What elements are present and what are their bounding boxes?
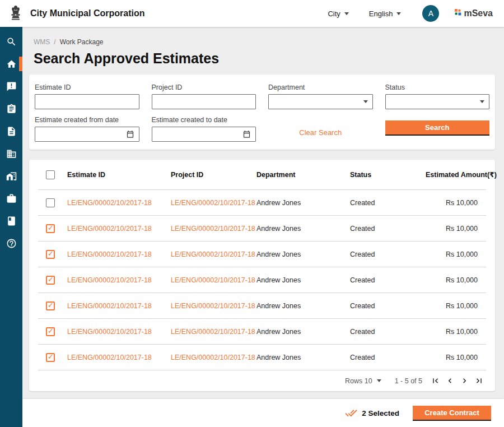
chevron-down-icon	[396, 12, 401, 15]
department-label: Department	[268, 83, 373, 91]
briefcase-icon	[6, 193, 17, 204]
row-checkbox[interactable]	[46, 327, 55, 336]
home-work-icon	[6, 171, 17, 182]
department-cell: Andrew Jones	[256, 276, 350, 284]
sidebar-item-home[interactable]	[0, 53, 22, 75]
status-field: Status	[385, 83, 490, 109]
calendar-icon[interactable]	[126, 130, 134, 138]
from-date-input[interactable]	[35, 127, 139, 142]
app-root: City Municipal Corporation City English …	[0, 0, 504, 427]
status-select[interactable]	[385, 94, 490, 109]
sidebar-item-document[interactable]	[0, 120, 22, 142]
breadcrumb-wms[interactable]: WMS	[34, 38, 50, 46]
sidebar-item-bookmark[interactable]	[0, 210, 22, 232]
next-page-button[interactable]	[457, 374, 472, 388]
project-id-link[interactable]: LE/ENG/00002/10/2017-18	[171, 276, 256, 284]
sidebar-item-assignment[interactable]	[0, 98, 22, 120]
from-date-text-input[interactable]	[40, 130, 126, 138]
sidebar-item-feedback[interactable]	[0, 75, 22, 98]
from-date-field: Estimate created from date	[35, 116, 139, 142]
previous-page-button[interactable]	[442, 374, 457, 388]
estimate-id-link[interactable]: LE/ENG/00002/10/2017-18	[67, 354, 171, 361]
row-checkbox[interactable]	[46, 353, 55, 362]
mseva-brand-text: mSeva	[464, 8, 493, 18]
create-contract-button[interactable]: Create Contract	[413, 406, 491, 421]
city-dropdown[interactable]: City	[328, 10, 348, 18]
project-id-link[interactable]: LE/ENG/00002/10/2017-18	[171, 225, 256, 233]
table-row: LE/ENG/00002/10/2017-18 LE/ENG/00002/10/…	[38, 216, 486, 242]
status-cell: Created	[350, 199, 426, 207]
sidebar-item-work[interactable]	[0, 187, 22, 210]
estimate-id-link[interactable]: LE/ENG/00002/10/2017-18	[67, 199, 171, 207]
amount-cell: Rs 10,000	[446, 225, 486, 233]
status-cell: Created	[350, 276, 426, 284]
search-button[interactable]: Search	[385, 120, 490, 136]
to-date-label: Estimate created to date	[152, 116, 256, 124]
row-checkbox[interactable]	[46, 224, 55, 233]
table-pagination: Rows 10 1 - 5 of 5	[38, 370, 486, 391]
chevron-left-icon	[445, 376, 455, 386]
top-header: City Municipal Corporation City English …	[0, 0, 504, 27]
department-cell: Andrew Jones	[256, 354, 350, 361]
business-icon	[6, 148, 17, 159]
rows-per-page-label: Rows 10	[345, 377, 372, 385]
chevron-down-icon	[344, 12, 349, 15]
clear-search-link[interactable]: Clear Search	[299, 128, 342, 137]
language-dropdown[interactable]: English	[369, 10, 402, 18]
project-id-link[interactable]: LE/ENG/00002/10/2017-18	[171, 354, 256, 361]
sidebar	[0, 27, 22, 427]
feedback-icon	[6, 81, 17, 92]
user-avatar[interactable]: A	[422, 5, 439, 22]
row-checkbox[interactable]	[46, 276, 55, 285]
first-page-icon	[431, 376, 440, 386]
calendar-icon[interactable]	[242, 130, 251, 138]
sidebar-item-home-work[interactable]	[0, 165, 22, 187]
project-id-link[interactable]: LE/ENG/00002/10/2017-18	[171, 328, 256, 336]
row-checkbox[interactable]	[46, 250, 55, 259]
amount-cell: Rs 10,000	[446, 276, 486, 284]
search-form-card: Estimate ID Project ID Department Status	[29, 75, 495, 150]
mseva-flag-icon	[455, 9, 462, 16]
department-select[interactable]	[268, 94, 373, 109]
estimate-id-link[interactable]: LE/ENG/00002/10/2017-18	[67, 276, 171, 284]
estimate-id-input[interactable]	[40, 98, 134, 106]
department-cell: Andrew Jones	[256, 199, 350, 207]
assignment-icon	[6, 104, 17, 114]
status-cell: Created	[350, 225, 426, 233]
table-row: LE/ENG/00002/10/2017-18 LE/ENG/00002/10/…	[38, 190, 486, 216]
estimate-id-link[interactable]: LE/ENG/00002/10/2017-18	[67, 225, 171, 233]
column-header-status: Status	[350, 171, 426, 179]
national-emblem-logo	[9, 3, 22, 24]
column-header-estimate-id: Estimate ID	[67, 171, 171, 179]
status-cell: Created	[350, 250, 426, 258]
project-id-link[interactable]: LE/ENG/00002/10/2017-18	[171, 250, 256, 258]
to-date-field: Estimate created to date	[152, 116, 256, 142]
chevron-down-icon	[363, 100, 368, 103]
row-checkbox[interactable]	[46, 198, 55, 207]
breadcrumb-work-package[interactable]: Work Package	[60, 38, 104, 46]
home-icon	[6, 59, 17, 69]
chevron-down-icon	[377, 379, 381, 382]
breadcrumb: WMS / Work Package	[34, 38, 495, 46]
table-row: LE/ENG/00002/10/2017-18 LE/ENG/00002/10/…	[38, 293, 486, 319]
sidebar-item-search[interactable]	[0, 30, 22, 53]
sidebar-item-business[interactable]	[0, 142, 22, 165]
select-all-checkbox[interactable]	[46, 170, 55, 179]
row-checkbox[interactable]	[46, 301, 55, 310]
project-id-link[interactable]: LE/ENG/00002/10/2017-18	[171, 302, 256, 310]
first-page-button[interactable]	[428, 374, 442, 388]
project-id-input[interactable]	[157, 98, 251, 106]
sidebar-item-help[interactable]	[0, 232, 22, 254]
to-date-input[interactable]	[152, 127, 256, 142]
last-page-button[interactable]	[472, 374, 486, 388]
status-cell: Created	[350, 302, 426, 310]
estimate-id-link[interactable]: LE/ENG/00002/10/2017-18	[67, 250, 171, 258]
project-id-link[interactable]: LE/ENG/00002/10/2017-18	[171, 199, 256, 207]
estimate-id-link[interactable]: LE/ENG/00002/10/2017-18	[67, 328, 171, 336]
results-table-card: Estimate ID Project ID Department Status…	[29, 160, 495, 391]
status-label: Status	[385, 83, 490, 91]
department-cell: Andrew Jones	[256, 250, 350, 258]
estimate-id-link[interactable]: LE/ENG/00002/10/2017-18	[67, 302, 171, 310]
rows-per-page-dropdown[interactable]: Rows 10	[345, 377, 381, 385]
to-date-text-input[interactable]	[157, 130, 243, 138]
